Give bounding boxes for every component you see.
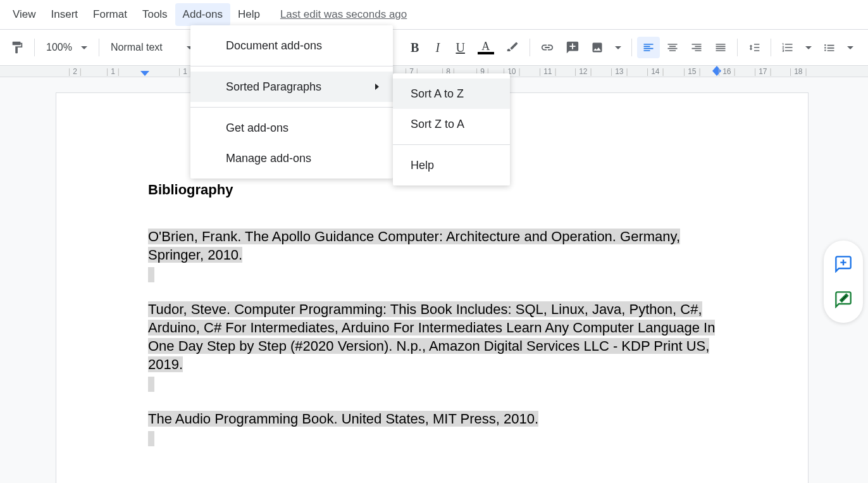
ruler-tick: |1|	[178, 66, 192, 77]
zoom-value: 100%	[46, 42, 72, 53]
bulleted-list-caret[interactable]	[842, 37, 859, 58]
text-color-swatch	[478, 52, 494, 54]
addons-menu: Document add-ons Sorted Paragraphs Get a…	[190, 25, 393, 179]
menu-item-manage-addons[interactable]: Manage add-ons	[190, 143, 393, 173]
align-right-button[interactable]	[685, 37, 708, 58]
bulleted-list-button[interactable]	[818, 37, 841, 58]
ruler-tick: |17|	[754, 66, 772, 77]
separator	[99, 39, 99, 56]
paragraph: The Audio Programming Book. United State…	[148, 410, 732, 446]
ruler-tick: |11|	[539, 66, 557, 77]
ruler-tick: |2|	[68, 66, 82, 77]
separator	[393, 144, 510, 145]
chevron-right-icon	[375, 84, 379, 90]
menu-item-sort-az[interactable]: Sort A to Z	[393, 78, 510, 109]
line-spacing-button[interactable]	[743, 37, 766, 58]
chevron-down-icon	[81, 46, 87, 49]
ruler-tick: |16|	[718, 66, 736, 77]
add-comment-button[interactable]	[561, 37, 585, 58]
ruler-tick: |14|	[647, 66, 664, 77]
separator	[631, 39, 632, 56]
toolbar: 100% Normal text B I U A	[0, 29, 868, 66]
paragraph: Tudor, Steve. Computer Programming: This…	[148, 300, 732, 392]
underline-button[interactable]: U	[450, 37, 471, 58]
separator	[34, 39, 35, 56]
menu-view[interactable]: View	[5, 3, 44, 26]
sorted-paragraphs-submenu: Sort A to Z Sort Z to A Help	[393, 73, 510, 185]
suggest-edits-icon[interactable]	[834, 291, 852, 308]
menu-tools[interactable]: Tools	[135, 3, 175, 26]
ruler-tick: |15|	[683, 66, 701, 77]
insert-link-button[interactable]	[535, 37, 559, 58]
numbered-list-caret[interactable]	[800, 37, 817, 58]
align-center-button[interactable]	[661, 37, 684, 58]
left-indent-marker[interactable]	[140, 71, 149, 76]
menu-insert[interactable]: Insert	[44, 3, 86, 26]
style-value: Normal text	[111, 42, 163, 53]
menu-item-get-addons[interactable]: Get add-ons	[190, 113, 393, 143]
menu-help[interactable]: Help	[230, 3, 268, 26]
paint-format-icon[interactable]	[5, 37, 29, 58]
menu-item-sorted-paragraphs[interactable]: Sorted Paragraphs	[190, 72, 393, 102]
separator	[737, 39, 738, 56]
menubar: View Insert Format Tools Add-ons Help La…	[0, 0, 868, 29]
align-left-button[interactable]	[637, 37, 660, 58]
menu-item-help[interactable]: Help	[393, 150, 510, 180]
separator	[190, 66, 393, 66]
image-menu-caret[interactable]	[610, 37, 626, 58]
paragraph: O'Brien, Frank. The Apollo Guidance Comp…	[148, 227, 732, 282]
menu-addons[interactable]: Add-ons	[175, 3, 230, 26]
italic-button[interactable]: I	[427, 37, 449, 58]
separator	[771, 39, 771, 56]
ruler-tick: |12|	[574, 66, 592, 77]
bold-button[interactable]: B	[404, 37, 426, 58]
zoom-select[interactable]: 100%	[40, 38, 94, 57]
side-comment-tools	[824, 241, 863, 323]
separator	[530, 39, 530, 56]
menu-item-sort-za[interactable]: Sort Z to A	[393, 109, 510, 139]
align-justify-button[interactable]	[709, 37, 732, 58]
add-comment-icon[interactable]	[834, 255, 852, 273]
last-edit-label[interactable]: Last edit was seconds ago	[280, 8, 407, 21]
ruler-tick: |13|	[611, 66, 628, 77]
highlight-button[interactable]	[500, 37, 524, 58]
paragraph-style-select[interactable]: Normal text	[104, 38, 199, 57]
menu-item-document-addons[interactable]: Document add-ons	[190, 30, 393, 61]
menu-item-label: Sorted Paragraphs	[226, 80, 321, 94]
numbered-list-button[interactable]	[776, 37, 799, 58]
insert-image-button[interactable]	[586, 37, 609, 58]
ruler-tick: |18|	[790, 66, 807, 77]
ruler-tick: |1|	[106, 66, 120, 77]
text-color-button[interactable]: A	[473, 37, 499, 58]
separator	[190, 107, 393, 108]
menu-format[interactable]: Format	[85, 3, 135, 26]
